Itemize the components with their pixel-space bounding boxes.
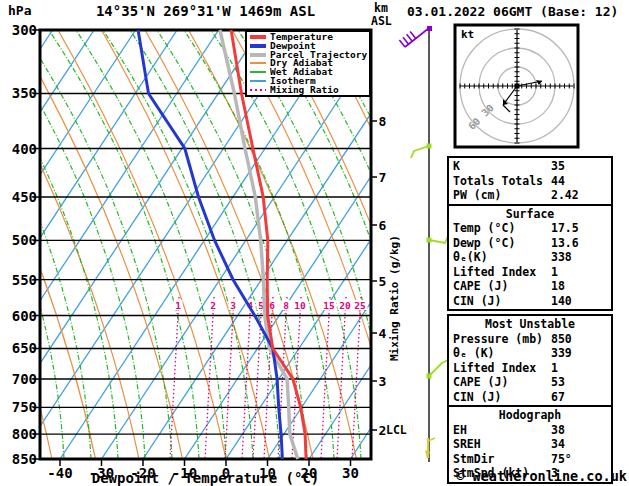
stats-value: 850: [551, 332, 611, 347]
wind-barb: [427, 360, 449, 379]
pressure-tick-label: 300: [12, 22, 37, 38]
stats-value: 67: [551, 390, 611, 405]
mixing-ratio-line: [225, 297, 234, 459]
stats-row: Pressure (mb)850: [449, 332, 611, 347]
wind-barb-column: [399, 26, 448, 462]
altitude-tick-label: 4: [379, 326, 387, 341]
pressure-tick-label: 800: [12, 426, 37, 442]
stats-panel: K35Totals Totals44PW (cm)2.42SurfaceTemp…: [447, 156, 613, 484]
stats-group-title: Hodograph: [449, 408, 611, 423]
mixing-ratio-tick-label: 8: [283, 300, 289, 311]
datetime-title: 03.01.2022 06GMT (Base: 12): [407, 4, 618, 19]
stats-key: K: [449, 159, 551, 174]
pressure-tick-label: 400: [12, 141, 37, 157]
lcl-label: LCL: [386, 423, 407, 437]
stats-key: PW (cm): [449, 188, 551, 203]
legend-sample-thick: [250, 35, 266, 39]
legend-sample-thick: [250, 53, 266, 57]
stats-key: CAPE (J): [449, 279, 551, 294]
stats-value: 53: [551, 375, 611, 390]
altitude-tick-label: 7: [379, 170, 387, 185]
mixing-ratio-tick-label: 15: [323, 300, 335, 311]
stats-value: 35: [551, 159, 611, 174]
pressure-tick-label: 650: [12, 340, 37, 356]
pressure-tick-label: 550: [12, 272, 37, 288]
mixing-ratio-tick-label: 10: [294, 300, 306, 311]
stats-value: 34: [551, 437, 611, 452]
stats-value: 140: [551, 294, 611, 309]
mixing-ratio-tick-label: 25: [354, 300, 366, 311]
stats-row: Temp (°C)17.5: [449, 221, 611, 236]
altitude-tick-label: 6: [379, 218, 387, 233]
stats-key: StmDir: [449, 452, 551, 467]
stats-group: SurfaceTemp (°C)17.5Dewp (°C)13.6θₑ(K)33…: [447, 204, 613, 312]
stats-key: CIN (J): [449, 294, 551, 309]
legend-item: Mixing Ratio: [247, 86, 369, 94]
stats-row: K35: [449, 159, 611, 174]
stats-value: 338: [551, 250, 611, 265]
stats-group-title: Most Unstable: [449, 317, 611, 332]
stats-row: θₑ (K)339: [449, 346, 611, 361]
stats-row: CIN (J)67: [449, 390, 611, 405]
mixing-ratio-axis-title: Mixing Ratio (g/kg): [388, 189, 401, 361]
sounding-page: 1234568101520253003504004505005506006507…: [0, 0, 629, 486]
stats-row: Totals Totals44: [449, 174, 611, 189]
stats-key: Lifted Index: [449, 361, 551, 376]
mixing-ratio-tick-label: 1: [175, 300, 181, 311]
stats-value: 13.6: [551, 236, 611, 251]
stats-row: θₑ(K)338: [449, 250, 611, 265]
stats-value: 17.5: [551, 221, 611, 236]
stats-group-title: Surface: [449, 207, 611, 222]
isotherm-line: [0, 30, 11, 459]
stats-key: SREH: [449, 437, 551, 452]
pressure-tick-label: 850: [12, 451, 37, 467]
stats-row: StmDir75°: [449, 452, 611, 467]
stats-value: 18: [551, 279, 611, 294]
legend-sample-thin: [250, 71, 266, 73]
legend-label: Mixing Ratio: [270, 86, 339, 94]
stats-value: 2.42: [551, 188, 611, 203]
stats-key: Totals Totals: [449, 174, 551, 189]
pressure-tick-label: 500: [12, 232, 37, 248]
stats-group: Most UnstablePressure (mb)850θₑ (K)339Li…: [447, 314, 613, 407]
legend-box: TemperatureDewpointParcel TrajectoryDry …: [245, 30, 371, 97]
mixing-ratio-tick-label: 2: [210, 300, 216, 311]
pressure-tick-label: 600: [12, 308, 37, 324]
stats-key: CIN (J): [449, 390, 551, 405]
wind-barb: [425, 438, 435, 459]
wind-barb: [427, 236, 449, 243]
altitude-tick-label: 3: [379, 374, 387, 389]
pressure-tick-label: 450: [12, 189, 37, 205]
mixing-ratio-tick-label: 3: [230, 300, 236, 311]
stats-row: CAPE (J)53: [449, 375, 611, 390]
copyright: © weatheronline.co.uk: [456, 468, 627, 484]
hodograph-unit-label: kt: [461, 28, 474, 41]
stats-value: 38: [551, 423, 611, 438]
stats-row: SREH34: [449, 437, 611, 452]
stats-key: θₑ (K): [449, 346, 551, 361]
stats-key: Dewp (°C): [449, 236, 551, 251]
stats-key: CAPE (J): [449, 375, 551, 390]
stats-row: PW (cm)2.42: [449, 188, 611, 203]
stats-value: 339: [551, 346, 611, 361]
stats-group: K35Totals Totals44PW (cm)2.42: [447, 156, 613, 206]
x-axis-title: Dewpoint / Temperature (°C): [40, 470, 371, 486]
stats-key: Lifted Index: [449, 265, 551, 280]
stats-row: Dewp (°C)13.6: [449, 236, 611, 251]
wet-adiabat-line: [103, 30, 253, 459]
pressure-axis-unit: hPa: [8, 3, 31, 18]
stats-value: 1: [551, 265, 611, 280]
legend-sample-dotted: [250, 89, 266, 91]
pressure-tick-label: 750: [12, 399, 37, 415]
stats-row: CIN (J)140: [449, 294, 611, 309]
wind-barb: [399, 26, 432, 47]
stats-value: 1: [551, 361, 611, 376]
altitude-axis-ref: ASL: [371, 14, 392, 28]
stats-row: Lifted Index1: [449, 265, 611, 280]
legend-sample-thick: [250, 44, 266, 48]
altitude-tick-label: 8: [379, 114, 387, 129]
stats-row: Lifted Index1: [449, 361, 611, 376]
stats-key: θₑ(K): [449, 250, 551, 265]
stats-key: Pressure (mb): [449, 332, 551, 347]
wet-adiabat-line: [76, 30, 226, 459]
